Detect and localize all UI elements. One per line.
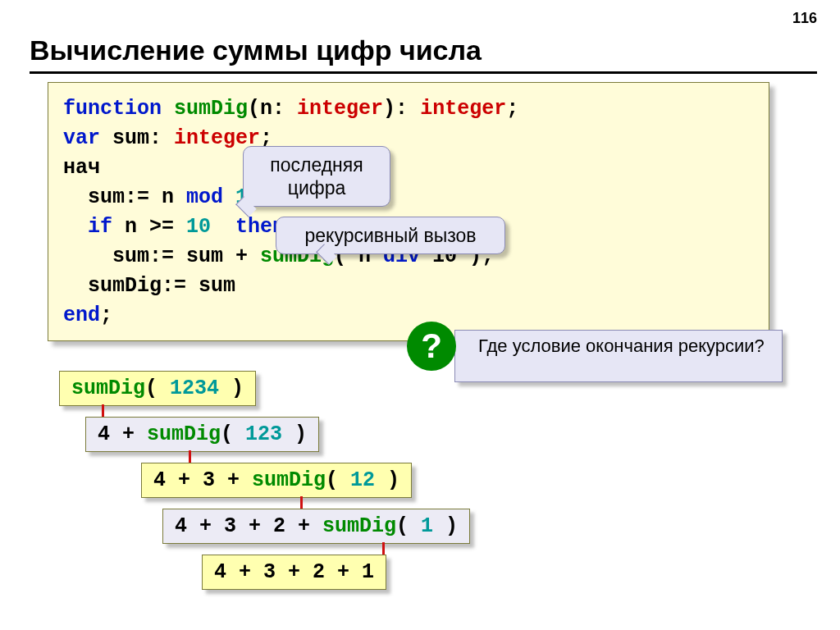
fn-name: sumDig bbox=[147, 422, 221, 446]
num-literal: 1 bbox=[421, 514, 433, 538]
text: sum:= n bbox=[63, 185, 186, 209]
kw-integer: integer bbox=[420, 97, 506, 121]
code-content: function sumDig(n: integer): integer; va… bbox=[63, 94, 754, 331]
kw-mod: mod bbox=[186, 185, 223, 209]
text: 4 + 3 + 2 + bbox=[175, 514, 322, 538]
text: 4 + 3 + bbox=[153, 468, 252, 492]
num-literal: 12 bbox=[350, 468, 375, 492]
question-mark: ? bbox=[421, 326, 442, 366]
page-number: 116 bbox=[792, 10, 817, 27]
text: ; bbox=[100, 304, 112, 327]
recursion-step-3: 4 + 3 + sumDig( 12 ) bbox=[141, 463, 412, 498]
fn-name: sumDig bbox=[322, 514, 396, 538]
text: n >= bbox=[112, 215, 186, 239]
kw-begin-ru: нач bbox=[63, 156, 100, 180]
kw-end: end bbox=[63, 304, 100, 327]
callout-recursive-call: рекурсивный вызов bbox=[276, 217, 505, 254]
callout-label: последняя цифра bbox=[270, 154, 363, 199]
callout-label: рекурсивный вызов bbox=[304, 225, 476, 246]
question-text: Где условие окончания рекурсии? bbox=[478, 336, 765, 356]
text: ( bbox=[221, 422, 245, 446]
text: 4 + 3 + 2 + 1 bbox=[214, 560, 374, 584]
text: sum: bbox=[100, 126, 174, 150]
text: ) bbox=[433, 514, 458, 538]
kw-if: if bbox=[88, 215, 112, 239]
text: ( bbox=[326, 468, 350, 492]
callout-last-digit: последняя цифра bbox=[243, 146, 390, 207]
text: (n: bbox=[248, 97, 297, 121]
text: ; bbox=[506, 97, 518, 121]
question-note: Где условие окончания рекурсии? bbox=[454, 330, 783, 382]
question-badge-icon: ? bbox=[407, 322, 456, 371]
fn-name: sumDig bbox=[162, 97, 248, 121]
num-literal: 10 bbox=[186, 215, 211, 239]
text: sumDig:= sum bbox=[63, 274, 235, 298]
page-title: Вычисление суммы цифр числа bbox=[30, 34, 482, 66]
connector-line-icon bbox=[102, 404, 104, 417]
recursion-step-4: 4 + 3 + 2 + sumDig( 1 ) bbox=[162, 509, 470, 544]
text: ) bbox=[219, 377, 244, 400]
text: 4 + bbox=[98, 422, 147, 446]
text: sum:= sum + bbox=[63, 244, 260, 268]
recursion-step-5: 4 + 3 + 2 + 1 bbox=[202, 555, 386, 590]
connector-line-icon bbox=[300, 496, 303, 509]
num-literal: 1234 bbox=[170, 377, 219, 400]
text: ( bbox=[145, 377, 170, 400]
kw-function: function bbox=[63, 97, 162, 121]
kw-integer: integer bbox=[297, 97, 383, 121]
text bbox=[63, 215, 88, 239]
text: ) bbox=[282, 422, 307, 446]
recursion-step-2: 4 + sumDig( 123 ) bbox=[85, 417, 319, 452]
text: ) bbox=[375, 468, 399, 492]
code-block: function sumDig(n: integer): integer; va… bbox=[48, 82, 769, 341]
text: ): bbox=[383, 97, 420, 121]
connector-line-icon bbox=[189, 450, 191, 463]
fn-name: sumDig bbox=[71, 377, 145, 400]
text: ( bbox=[396, 514, 421, 538]
title-divider bbox=[30, 71, 817, 74]
connector-line-icon bbox=[382, 542, 385, 555]
text bbox=[211, 215, 235, 239]
fn-name: sumDig bbox=[252, 468, 326, 492]
kw-var: var bbox=[63, 126, 100, 150]
num-literal: 123 bbox=[245, 422, 282, 446]
recursion-step-1: sumDig( 1234 ) bbox=[59, 371, 256, 406]
